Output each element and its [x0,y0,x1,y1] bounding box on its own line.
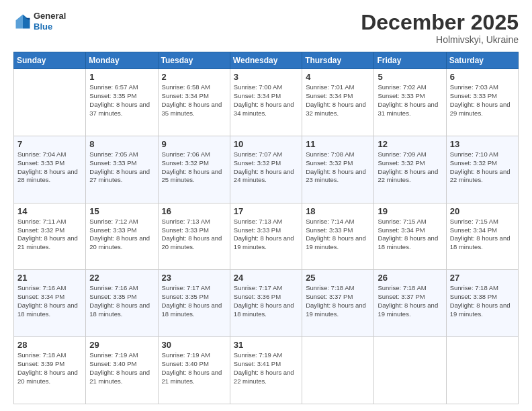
day-number: 7 [17,139,82,149]
day-info: Sunrise: 7:08 AMSunset: 3:32 PMDaylight:… [306,150,370,185]
day-info: Sunrise: 7:19 AMSunset: 3:40 PMDaylight:… [162,351,226,385]
calendar-cell: 2Sunrise: 6:58 AMSunset: 3:34 PMDaylight… [158,69,230,136]
day-info: Sunrise: 7:14 AMSunset: 3:33 PMDaylight:… [306,218,370,252]
day-info: Sunrise: 7:13 AMSunset: 3:33 PMDaylight:… [234,218,298,252]
calendar-cell [302,337,374,404]
calendar-cell: 3Sunrise: 7:00 AMSunset: 3:34 PMDaylight… [230,69,302,136]
day-info: Sunrise: 7:15 AMSunset: 3:34 PMDaylight:… [450,218,515,252]
calendar-cell: 22Sunrise: 7:16 AMSunset: 3:35 PMDayligh… [86,270,158,337]
calendar-cell: 31Sunrise: 7:19 AMSunset: 3:41 PMDayligh… [230,337,302,404]
day-info: Sunrise: 7:16 AMSunset: 3:34 PMDaylight:… [17,284,82,318]
calendar-cell: 12Sunrise: 7:09 AMSunset: 3:32 PMDayligh… [374,136,446,203]
svg-marker-0 [23,14,30,28]
day-info: Sunrise: 7:06 AMSunset: 3:32 PMDaylight:… [162,150,226,185]
day-info: Sunrise: 7:19 AMSunset: 3:41 PMDaylight:… [234,351,298,385]
logo-general: General [34,11,66,21]
day-number: 24 [234,273,298,283]
calendar-cell: 6Sunrise: 7:03 AMSunset: 3:33 PMDaylight… [446,69,518,136]
day-info: Sunrise: 7:18 AMSunset: 3:37 PMDaylight:… [378,284,442,318]
day-info: Sunrise: 7:18 AMSunset: 3:38 PMDaylight:… [450,284,515,318]
day-info: Sunrise: 7:01 AMSunset: 3:34 PMDaylight:… [306,83,370,118]
calendar-cell: 10Sunrise: 7:07 AMSunset: 3:32 PMDayligh… [230,136,302,203]
calendar-cell [14,69,86,136]
calendar-cell: 9Sunrise: 7:06 AMSunset: 3:32 PMDaylight… [158,136,230,203]
day-number: 3 [234,72,298,82]
day-number: 30 [162,340,226,350]
day-number: 15 [89,206,154,216]
day-info: Sunrise: 7:18 AMSunset: 3:39 PMDaylight:… [17,351,82,385]
calendar-header-row: SundayMondayTuesdayWednesdayThursdayFrid… [14,52,519,69]
calendar-cell: 7Sunrise: 7:04 AMSunset: 3:33 PMDaylight… [14,136,86,203]
day-number: 14 [17,206,82,216]
day-info: Sunrise: 7:16 AMSunset: 3:35 PMDaylight:… [89,284,154,318]
day-info: Sunrise: 7:07 AMSunset: 3:32 PMDaylight:… [234,150,298,185]
day-info: Sunrise: 7:02 AMSunset: 3:33 PMDaylight:… [378,83,442,118]
day-info: Sunrise: 7:05 AMSunset: 3:33 PMDaylight:… [89,150,154,185]
weekday-header: Thursday [302,52,374,69]
day-number: 26 [378,273,442,283]
calendar-cell: 1Sunrise: 6:57 AMSunset: 3:35 PMDaylight… [86,69,158,136]
calendar-week-row: 14Sunrise: 7:11 AMSunset: 3:32 PMDayligh… [14,203,519,270]
day-number: 20 [450,206,515,216]
weekday-header: Wednesday [230,52,302,69]
day-number: 5 [378,72,442,82]
day-number: 18 [306,206,370,216]
day-number: 2 [162,72,226,82]
day-info: Sunrise: 7:03 AMSunset: 3:33 PMDaylight:… [450,83,515,118]
svg-marker-1 [16,14,24,28]
weekday-header: Sunday [14,52,86,69]
day-info: Sunrise: 7:11 AMSunset: 3:32 PMDaylight:… [17,218,82,252]
calendar-cell: 16Sunrise: 7:13 AMSunset: 3:33 PMDayligh… [158,203,230,270]
day-number: 16 [162,206,226,216]
calendar-table: SundayMondayTuesdayWednesdayThursdayFrid… [13,52,519,404]
calendar-week-row: 7Sunrise: 7:04 AMSunset: 3:33 PMDaylight… [14,136,519,203]
day-info: Sunrise: 7:00 AMSunset: 3:34 PMDaylight:… [234,83,298,118]
day-number: 9 [162,139,226,149]
day-info: Sunrise: 6:57 AMSunset: 3:35 PMDaylight:… [89,83,154,118]
day-number: 12 [378,139,442,149]
calendar-cell: 18Sunrise: 7:14 AMSunset: 3:33 PMDayligh… [302,203,374,270]
day-info: Sunrise: 7:17 AMSunset: 3:35 PMDaylight:… [162,284,226,318]
day-number: 1 [89,72,154,82]
day-number: 4 [306,72,370,82]
calendar-cell: 26Sunrise: 7:18 AMSunset: 3:37 PMDayligh… [374,270,446,337]
calendar-week-row: 21Sunrise: 7:16 AMSunset: 3:34 PMDayligh… [14,270,519,337]
calendar-cell: 25Sunrise: 7:18 AMSunset: 3:37 PMDayligh… [302,270,374,337]
title-block: December 2025 Holmivskyi, Ukraine [361,11,519,45]
day-number: 17 [234,206,298,216]
day-info: Sunrise: 7:15 AMSunset: 3:34 PMDaylight:… [378,218,442,252]
calendar-cell: 30Sunrise: 7:19 AMSunset: 3:40 PMDayligh… [158,337,230,404]
logo: General Blue [13,11,66,32]
day-info: Sunrise: 6:58 AMSunset: 3:34 PMDaylight:… [162,83,226,118]
day-number: 22 [89,273,154,283]
day-info: Sunrise: 7:10 AMSunset: 3:32 PMDaylight:… [450,150,515,185]
calendar-cell: 20Sunrise: 7:15 AMSunset: 3:34 PMDayligh… [446,203,518,270]
day-number: 25 [306,273,370,283]
day-number: 11 [306,139,370,149]
day-number: 31 [234,340,298,350]
day-info: Sunrise: 7:18 AMSunset: 3:37 PMDaylight:… [306,284,370,318]
header: General Blue December 2025 Holmivskyi, U… [13,11,519,45]
calendar-cell: 29Sunrise: 7:19 AMSunset: 3:40 PMDayligh… [86,337,158,404]
page: General Blue December 2025 Holmivskyi, U… [0,0,532,411]
day-number: 13 [450,139,515,149]
logo-icon [13,12,32,31]
calendar-cell: 14Sunrise: 7:11 AMSunset: 3:32 PMDayligh… [14,203,86,270]
calendar-cell: 8Sunrise: 7:05 AMSunset: 3:33 PMDaylight… [86,136,158,203]
day-info: Sunrise: 7:19 AMSunset: 3:40 PMDaylight:… [89,351,154,385]
day-number: 27 [450,273,515,283]
weekday-header: Friday [374,52,446,69]
day-info: Sunrise: 7:17 AMSunset: 3:36 PMDaylight:… [234,284,298,318]
calendar-cell [446,337,518,404]
weekday-header: Monday [86,52,158,69]
day-number: 19 [378,206,442,216]
day-info: Sunrise: 7:09 AMSunset: 3:32 PMDaylight:… [378,150,442,185]
day-number: 21 [17,273,82,283]
calendar-cell: 23Sunrise: 7:17 AMSunset: 3:35 PMDayligh… [158,270,230,337]
logo-blue: Blue [34,21,66,32]
calendar-cell: 5Sunrise: 7:02 AMSunset: 3:33 PMDaylight… [374,69,446,136]
calendar-week-row: 28Sunrise: 7:18 AMSunset: 3:39 PMDayligh… [14,337,519,404]
calendar-cell: 4Sunrise: 7:01 AMSunset: 3:34 PMDaylight… [302,69,374,136]
location: Holmivskyi, Ukraine [361,34,519,45]
calendar-cell: 27Sunrise: 7:18 AMSunset: 3:38 PMDayligh… [446,270,518,337]
